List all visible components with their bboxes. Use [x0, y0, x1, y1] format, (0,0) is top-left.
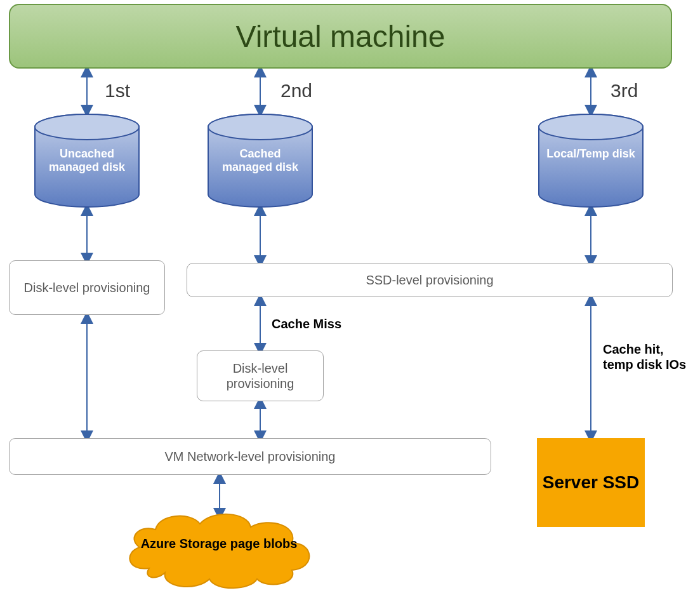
ssd-level-provisioning-box: SSD-level provisioning: [187, 263, 673, 297]
vm-network-level-provisioning-box: VM Network-level provisioning: [9, 438, 491, 475]
disk-cylinder-cached: Cached managed disk: [206, 113, 314, 208]
cache-miss-label: Cache Miss: [272, 316, 341, 331]
server-ssd-box: Server SSD: [537, 438, 645, 527]
virtual-machine-label: Virtual machine: [236, 19, 446, 54]
svg-point-12: [35, 114, 139, 140]
disk-level-provisioning-2-label: Disk-level provisioning: [197, 361, 323, 391]
azure-storage-cloud-label: Azure Storage page blobs: [121, 536, 317, 551]
azure-storage-cloud: Azure Storage page blobs: [121, 508, 317, 590]
cache-hit-label: Cache hit, temp disk IOs: [603, 342, 692, 372]
ssd-level-provisioning-label: SSD-level provisioning: [366, 272, 493, 288]
ordinal-2nd: 2nd: [281, 80, 312, 102]
ordinal-3rd: 3rd: [611, 80, 638, 102]
disk-level-provisioning-2-box: Disk-level provisioning: [197, 350, 324, 401]
disk-cylinder-uncached: Uncached managed disk: [33, 113, 141, 208]
virtual-machine-box: Virtual machine: [9, 4, 672, 69]
disk-label-uncached: Uncached managed disk: [33, 147, 141, 173]
disk-cylinder-local: Local/Temp disk: [537, 113, 645, 208]
svg-point-14: [208, 114, 312, 140]
server-ssd-label: Server SSD: [543, 473, 640, 493]
diagram-canvas: Virtual machine 1st 2nd 3rd Uncached man…: [0, 0, 700, 600]
disk-label-local: Local/Temp disk: [537, 147, 645, 161]
disk-level-provisioning-box: Disk-level provisioning: [9, 260, 165, 315]
disk-level-provisioning-label: Disk-level provisioning: [24, 280, 150, 295]
svg-point-16: [539, 114, 643, 140]
disk-label-cached: Cached managed disk: [206, 147, 314, 173]
vm-network-level-provisioning-label: VM Network-level provisioning: [165, 449, 336, 464]
ordinal-1st: 1st: [105, 80, 130, 102]
